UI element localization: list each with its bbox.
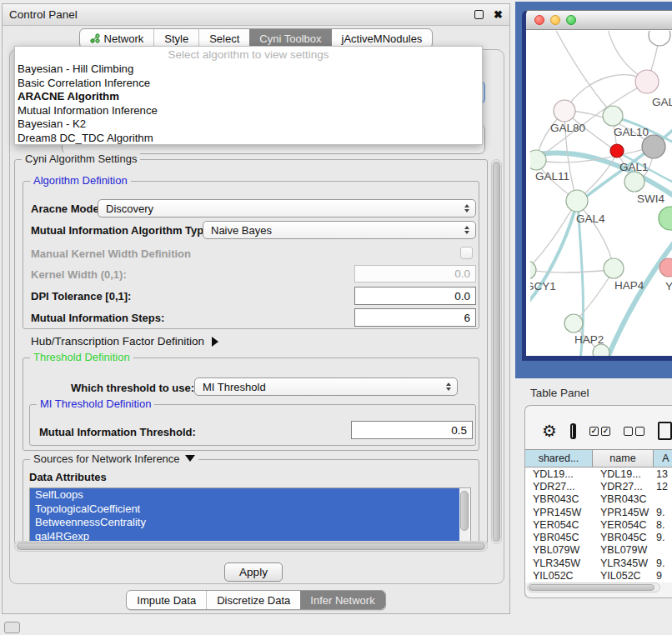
table-horizontal-scrollbar[interactable] [527,582,660,592]
attribute-item-selfloops[interactable]: SelfLoops [30,488,459,502]
network-canvas[interactable]: GALGAL80GAL10GAL1GAL11SWI4GAL4GCY1HAP4YH… [526,31,672,356]
network-node-gal10[interactable] [603,106,623,126]
table-cell: 9 [654,570,662,582]
float-panel-icon[interactable] [474,10,484,19]
document-icon[interactable] [658,422,672,440]
apply-button[interactable]: Apply [224,562,283,582]
network-node-gal1[interactable] [610,144,624,158]
tab-label: Impute Data [137,594,196,607]
network-node-gal80[interactable] [554,100,575,122]
algorithm-option-aracne-algorithm[interactable]: ARACNE Algorithm [15,90,482,104]
algorithm-option-mutual-information-inference[interactable]: Mutual Information Inference [15,104,482,118]
column-header-a[interactable]: A [654,449,672,468]
network-node-gal4[interactable] [566,190,588,212]
column-header-name[interactable]: name [593,449,654,468]
table-cell: YDL19... [525,468,593,480]
columns-icon[interactable] [570,423,576,439]
tab-label: Infer Network [310,594,374,607]
algorithm-option-bayesian-k2[interactable]: Bayesian - K2 [15,118,482,132]
tab-cyni-toolbox[interactable]: Cyni Toolbox [249,29,331,48]
network-node-hap2[interactable] [564,314,583,332]
sources-group-title[interactable]: Sources for Network Inference [30,452,198,465]
tab-impute-data[interactable]: Impute Data [127,591,206,609]
algorithm-option-basic-correlation-inference[interactable]: Basic Correlation Inference [15,77,482,91]
gear-icon[interactable]: ⚙ [542,422,557,439]
table-cell: YDR27... [593,481,654,492]
network-node[interactable] [659,207,672,230]
network-icon [90,33,100,43]
network-edge[interactable] [575,270,614,322]
mi-threshold-label: Mutual Information Threshold: [39,426,196,438]
kernel-width-field[interactable]: 0.0 [354,265,476,282]
which-threshold-label: Which threshold to use: [71,382,194,394]
table-row[interactable]: YBR043CYBR043C [525,493,672,506]
mi-steps-field[interactable]: 6 [354,308,476,327]
network-node-gal[interactable] [635,70,659,93]
settings-vertical-scrollbar[interactable] [491,159,502,544]
tab-style[interactable]: Style [153,29,198,48]
attribute-item-topologicalcoefficient[interactable]: TopologicalCoefficient [30,502,459,517]
mi-threshold-field[interactable]: 0.5 [351,421,473,439]
table-cell: YER054C [593,519,654,531]
table-row[interactable]: YER054CYER054C8. [525,518,672,531]
table-toolbar: ⚙ ✓✓ [525,414,672,448]
table-row[interactable]: YDL19...YDL19...13 [525,468,672,480]
table-header: shared...nameA [525,449,672,468]
tab-discretize-data[interactable]: Discretize Data [206,591,300,609]
tab-jactivemnodules[interactable]: jActiveMNodules [332,29,433,48]
minimize-traffic-icon[interactable] [550,15,560,25]
network-node[interactable] [649,31,670,46]
aracne-mode-select[interactable]: Discovery [98,199,476,218]
table-row[interactable]: YIL052CYIL052C9 [525,569,672,582]
deselect-all-checkboxes-icon[interactable] [624,427,644,436]
algorithm-option-dream8-dc-tdc-algorithm[interactable]: Dream8 DC_TDC Algorithm [15,132,482,146]
tab-infer-network[interactable]: Infer Network [300,591,384,609]
aracne-mode-value: Discovery [106,202,153,215]
zoom-traffic-icon[interactable] [566,15,576,25]
network-edge[interactable] [607,31,644,78]
network-edge[interactable] [554,31,610,112]
settings-horizontal-scrollbar[interactable] [14,541,488,552]
panel-grip[interactable] [4,622,20,633]
table-cell: YIL052C [525,570,593,582]
hub-definition-toggle[interactable]: Hub/Transcription Factor Definition [31,335,218,348]
table-row[interactable]: YBR045CYBR045C9. [525,531,672,543]
algorithm-option-bayesian-hill-climbing[interactable]: Bayesian - Hill Climbing [15,62,482,77]
network-node-gcy1[interactable] [530,261,536,279]
which-threshold-select[interactable]: MI Threshold [194,378,458,396]
table-row[interactable]: YBL079WYBL079W [525,544,672,557]
network-window-titlebar[interactable] [526,11,672,30]
table-cell: YBL079W [525,544,593,556]
network-node[interactable] [593,344,609,356]
spinner-arrows-icon [464,204,469,212]
tab-select[interactable]: Select [198,29,249,48]
select-all-checkboxes-icon[interactable]: ✓✓ [589,427,610,436]
network-node-hap4[interactable] [604,258,624,278]
network-node[interactable] [642,135,665,158]
network-node-gal11[interactable] [530,150,546,170]
tab-network[interactable]: Network [80,29,154,48]
tab-label: Network [104,32,144,45]
table-cell: YDL19... [593,468,654,480]
collapse-arrow-icon[interactable] [185,455,195,462]
network-edge[interactable] [530,270,611,272]
attribute-item-betweennesscentrality[interactable]: BetweennessCentrality [30,516,459,530]
close-traffic-icon[interactable] [534,15,544,25]
mi-type-select[interactable]: Naive Bayes [203,221,476,239]
tab-label: Cyni Toolbox [259,32,321,45]
table-panel: ⚙ ✓✓ shared...nameA YDL19...YDL19...13YD… [524,405,672,598]
expand-arrow-icon[interactable] [212,337,218,347]
network-edge[interactable] [607,241,672,356]
column-header-shared-[interactable]: shared... [525,449,593,468]
table-row[interactable]: YPR145WYPR145W9. [525,506,672,518]
table-row[interactable]: YLR345WYLR345W9. [525,557,672,569]
manual-kernel-checkbox[interactable] [460,247,473,259]
close-icon[interactable]: ✖ [494,9,503,20]
table-row[interactable]: YDR27...YDR27...12 [525,480,672,492]
network-edge[interactable] [530,205,574,270]
table-cell: 12 [654,481,668,492]
network-node-swi4[interactable] [624,172,644,192]
dpi-tolerance-field[interactable]: 0.0 [354,287,476,305]
list-scrollbar[interactable] [459,489,469,541]
table-cell: YLR345W [593,558,654,569]
